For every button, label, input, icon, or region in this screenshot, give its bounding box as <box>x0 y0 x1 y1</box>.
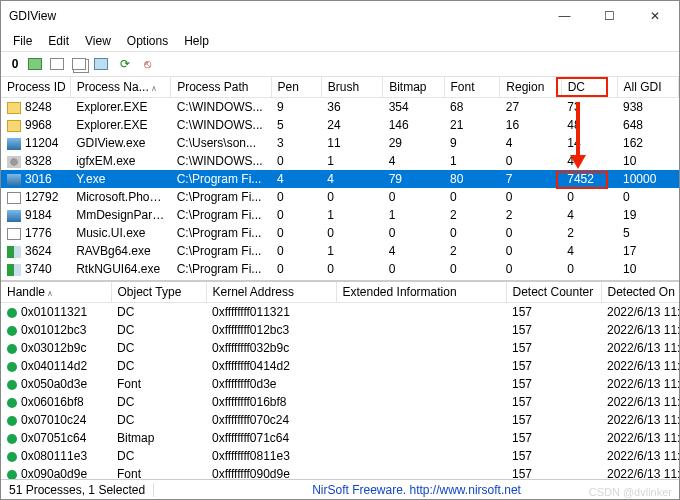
table-row[interactable]: 8328igfxEM.exeC:\WINDOWS...01410410 <box>1 152 679 170</box>
col-header[interactable]: Brush <box>321 77 382 98</box>
cell: 0 <box>500 188 561 206</box>
cell: GDIView.exe <box>70 134 170 152</box>
table-row[interactable]: 12792Microsoft.Photos...C:\Program Fi...… <box>1 188 679 206</box>
cell: 0 <box>321 260 382 278</box>
table-row[interactable]: 0x050a0d3eFont0xffffffff0d3e1572022/6/13… <box>1 375 679 393</box>
close-button[interactable]: ✕ <box>632 2 677 31</box>
col-header[interactable]: Object Type <box>111 282 206 303</box>
cell: DC <box>111 357 206 375</box>
cell: 2022/6/13 11: <box>601 447 679 465</box>
cell: 0 <box>271 224 321 242</box>
table-row[interactable]: 0x06016bf8DC0xffffffff016bf81572022/6/13… <box>1 393 679 411</box>
handle-table[interactable]: Handle∧Object TypeKernel AddressExtended… <box>1 282 679 479</box>
menu-view[interactable]: View <box>77 32 119 50</box>
col-header[interactable]: All GDI <box>617 77 679 98</box>
table-row[interactable]: 9968Explorer.EXEC:\WINDOWS...52414621164… <box>1 116 679 134</box>
col-header[interactable]: Process Na...∧ <box>70 77 170 98</box>
table-row[interactable]: 3016Y.exeC:\Program Fi...447980774521000… <box>1 170 679 188</box>
cell: 0xffffffff012bc3 <box>206 321 336 339</box>
cell: 0x050a0d3e <box>1 375 111 393</box>
cell: Y.exe <box>70 170 170 188</box>
col-header[interactable]: Pen <box>271 77 321 98</box>
table-row[interactable]: 0x03012b9cDC0xffffffff032b9c1572022/6/13… <box>1 339 679 357</box>
tb-tree[interactable] <box>93 54 113 74</box>
table-row[interactable]: 3740RtkNGUI64.exeC:\Program Fi...0000001… <box>1 260 679 278</box>
cell: 5 <box>617 224 679 242</box>
table-row[interactable]: 0x01012bc3DC0xffffffff012bc31572022/6/13… <box>1 321 679 339</box>
status-link[interactable]: NirSoft Freeware. http://www.nirsoft.net <box>154 483 679 497</box>
cell: 157 <box>506 339 601 357</box>
col-header[interactable]: Process Path <box>171 77 271 98</box>
maximize-button[interactable]: ☐ <box>587 2 632 31</box>
cell: 354 <box>383 98 444 117</box>
cell: 157 <box>506 303 601 322</box>
col-header[interactable]: Detect Counter <box>506 282 601 303</box>
cell: C:\WINDOWS... <box>171 116 271 134</box>
cell: 0x090a0d9e <box>1 465 111 479</box>
table-row[interactable]: 0x07010c24DC0xffffffff070c241572022/6/13… <box>1 411 679 429</box>
cell: 79 <box>383 170 444 188</box>
table-row[interactable]: 9184MmDesignPartne...C:\Program Fi...011… <box>1 206 679 224</box>
tb-save[interactable] <box>27 54 47 74</box>
cell: 5 <box>271 116 321 134</box>
cell: Font <box>111 465 206 479</box>
table-row[interactable]: 0x080111e3DC0xffffffff0811e31572022/6/13… <box>1 447 679 465</box>
tb-zero[interactable]: 0 <box>5 54 25 74</box>
note-icon <box>7 228 21 240</box>
cell: 2022/6/13 11: <box>601 429 679 447</box>
table-row[interactable]: 11204GDIView.exeC:\Users\son...311299414… <box>1 134 679 152</box>
gear-icon <box>7 156 21 168</box>
col-header[interactable]: Font <box>444 77 500 98</box>
cell: 73 <box>561 98 617 117</box>
col-header[interactable]: Detected On <box>601 282 679 303</box>
col-header[interactable]: Region <box>500 77 561 98</box>
table-row[interactable]: 0x090a0d9eFont0xffffffff090d9e1572022/6/… <box>1 465 679 479</box>
table-row[interactable]: 0x07051c64Bitmap0xffffffff071c641572022/… <box>1 429 679 447</box>
cell <box>336 303 506 322</box>
menu-options[interactable]: Options <box>119 32 176 50</box>
cell: 3624 <box>1 242 70 260</box>
cell: 2022/6/13 11: <box>601 393 679 411</box>
col-header[interactable]: Process ID <box>1 77 70 98</box>
table-row[interactable]: 1776Music.UI.exeC:\Program Fi...0000025 <box>1 224 679 242</box>
cell: 4 <box>383 242 444 260</box>
menu-help[interactable]: Help <box>176 32 217 50</box>
process-pane[interactable]: Process IDProcess Na...∧Process PathPenB… <box>1 77 679 282</box>
table-row[interactable]: 0x040114d2DC0xffffffff0414d21572022/6/13… <box>1 357 679 375</box>
handle-dot-icon <box>7 398 17 408</box>
cell: 0 <box>271 152 321 170</box>
tb-copy[interactable] <box>71 54 91 74</box>
cell: 8248 <box>1 98 70 117</box>
cell: 0 <box>500 260 561 278</box>
handle-pane[interactable]: Handle∧Object TypeKernel AddressExtended… <box>1 282 679 479</box>
cell: 0 <box>500 224 561 242</box>
menu-edit[interactable]: Edit <box>40 32 77 50</box>
table-row[interactable]: 3624RAVBg64.exeC:\Program Fi...01420417 <box>1 242 679 260</box>
process-table[interactable]: Process IDProcess Na...∧Process PathPenB… <box>1 77 679 278</box>
tb-sheet[interactable] <box>49 54 69 74</box>
cell: 0xffffffff032b9c <box>206 339 336 357</box>
cell: 4 <box>383 152 444 170</box>
cell: 648 <box>617 116 679 134</box>
cell: Explorer.EXE <box>70 116 170 134</box>
minimize-button[interactable]: ― <box>542 2 587 31</box>
cell: 0xffffffff090d9e <box>206 465 336 479</box>
menu-file[interactable]: File <box>5 32 40 50</box>
tb-refresh[interactable]: ⟳ <box>115 54 135 74</box>
col-header[interactable]: Extended Information <box>336 282 506 303</box>
col-header[interactable]: DC <box>561 77 617 98</box>
cell: DC <box>111 393 206 411</box>
table-row[interactable]: 8248Explorer.EXEC:\WINDOWS...93635468277… <box>1 98 679 117</box>
col-header[interactable]: Bitmap <box>383 77 444 98</box>
table-row[interactable]: 0x01011321DC0xffffffff0113211572022/6/13… <box>1 303 679 322</box>
handle-dot-icon <box>7 470 17 479</box>
window-title: GDIView <box>9 9 542 23</box>
cell: 0xffffffff070c24 <box>206 411 336 429</box>
tb-exit[interactable]: ⎋ <box>137 54 157 74</box>
cell: 0 <box>271 242 321 260</box>
col-header[interactable]: Kernel Address <box>206 282 336 303</box>
cell: DC <box>111 321 206 339</box>
handle-dot-icon <box>7 362 17 372</box>
col-header[interactable]: Handle∧ <box>1 282 111 303</box>
cell: 0x01012bc3 <box>1 321 111 339</box>
